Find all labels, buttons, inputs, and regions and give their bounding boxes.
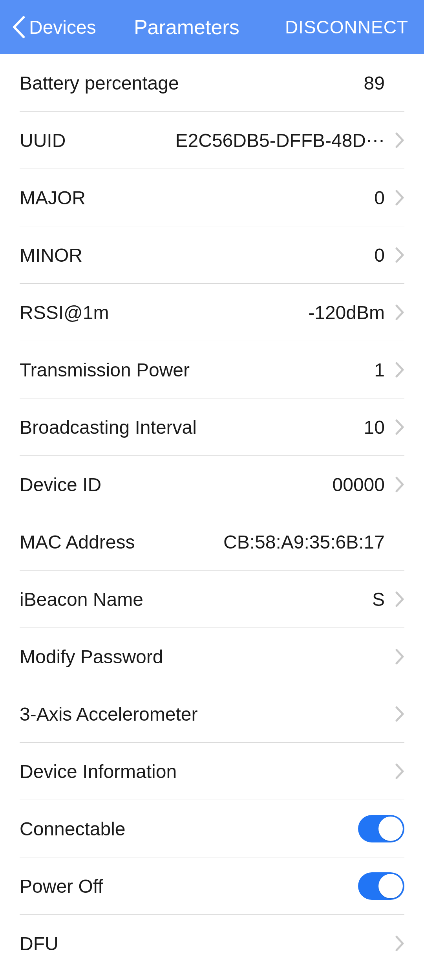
row-connectable: Connectable xyxy=(0,800,424,857)
row-label: Connectable xyxy=(20,818,126,840)
row-minor[interactable]: MINOR 0 xyxy=(0,226,424,284)
parameter-list: Battery percentage 89 UUID E2C56DB5-DFFB… xyxy=(0,54,424,972)
row-label: Modify Password xyxy=(20,646,163,668)
row-uuid[interactable]: UUID E2C56DB5-DFFB-48D⋯ xyxy=(0,112,424,169)
row-label: UUID xyxy=(20,130,66,151)
row-label: Device Information xyxy=(20,761,177,782)
row-value: S xyxy=(143,589,385,610)
back-button[interactable]: Devices xyxy=(12,16,96,39)
chevron-right-icon xyxy=(385,476,404,493)
row-dfu[interactable]: DFU xyxy=(0,915,424,972)
chevron-right-icon xyxy=(385,591,404,607)
row-value: 1 xyxy=(190,359,385,381)
chevron-right-icon xyxy=(385,419,404,435)
row-broadcasting-interval[interactable]: Broadcasting Interval 10 xyxy=(0,398,424,456)
page-title: Parameters xyxy=(88,15,285,39)
row-value: 10 xyxy=(197,417,385,438)
row-label: Power Off xyxy=(20,875,103,897)
chevron-right-icon xyxy=(385,189,404,206)
row-value: -120dBm xyxy=(109,302,385,323)
row-device-id[interactable]: Device ID 00000 xyxy=(0,456,424,513)
row-label: iBeacon Name xyxy=(20,589,143,610)
back-label: Devices xyxy=(29,17,96,38)
row-rssi[interactable]: RSSI@1m -120dBm xyxy=(0,284,424,341)
chevron-right-icon xyxy=(385,706,404,722)
row-label: MAC Address xyxy=(20,531,135,553)
connectable-toggle[interactable] xyxy=(358,815,404,842)
toggle-knob xyxy=(378,817,403,841)
chevron-left-icon xyxy=(12,16,25,39)
row-ibeacon-name[interactable]: iBeacon Name S xyxy=(0,571,424,628)
chevron-right-icon xyxy=(385,304,404,321)
power-off-toggle[interactable] xyxy=(358,872,404,900)
row-value: E2C56DB5-DFFB-48D⋯ xyxy=(66,129,385,151)
row-transmission-power[interactable]: Transmission Power 1 xyxy=(0,341,424,398)
chevron-right-icon xyxy=(385,935,404,952)
disconnect-button[interactable]: DISCONNECT xyxy=(285,17,408,38)
chevron-right-icon xyxy=(385,132,404,149)
row-value: 0 xyxy=(86,187,385,209)
row-value: CB:58:A9:35:6B:17 xyxy=(135,531,385,553)
row-accelerometer[interactable]: 3-Axis Accelerometer xyxy=(0,685,424,743)
row-label: DFU xyxy=(20,933,58,954)
row-label: Battery percentage xyxy=(20,72,179,94)
row-battery: Battery percentage 89 xyxy=(0,54,424,112)
row-label: RSSI@1m xyxy=(20,302,109,323)
chevron-right-icon xyxy=(385,763,404,780)
row-label: Broadcasting Interval xyxy=(20,417,197,438)
row-power-off: Power Off xyxy=(0,857,424,915)
row-value: 00000 xyxy=(101,474,385,496)
row-value: 89 xyxy=(179,72,385,94)
row-label: MINOR xyxy=(20,244,82,266)
header: Devices Parameters DISCONNECT xyxy=(0,0,424,54)
row-label: Device ID xyxy=(20,474,101,496)
chevron-right-icon xyxy=(385,362,404,378)
row-major[interactable]: MAJOR 0 xyxy=(0,169,424,226)
row-mac-address: MAC Address CB:58:A9:35:6B:17 xyxy=(0,513,424,571)
toggle-knob xyxy=(378,874,403,898)
row-device-information[interactable]: Device Information xyxy=(0,743,424,800)
chevron-right-icon xyxy=(385,648,404,665)
row-label: Transmission Power xyxy=(20,359,190,381)
row-modify-password[interactable]: Modify Password xyxy=(0,628,424,685)
row-value: 0 xyxy=(82,244,385,266)
row-label: 3-Axis Accelerometer xyxy=(20,703,198,725)
row-label: MAJOR xyxy=(20,187,86,209)
chevron-right-icon xyxy=(385,247,404,263)
